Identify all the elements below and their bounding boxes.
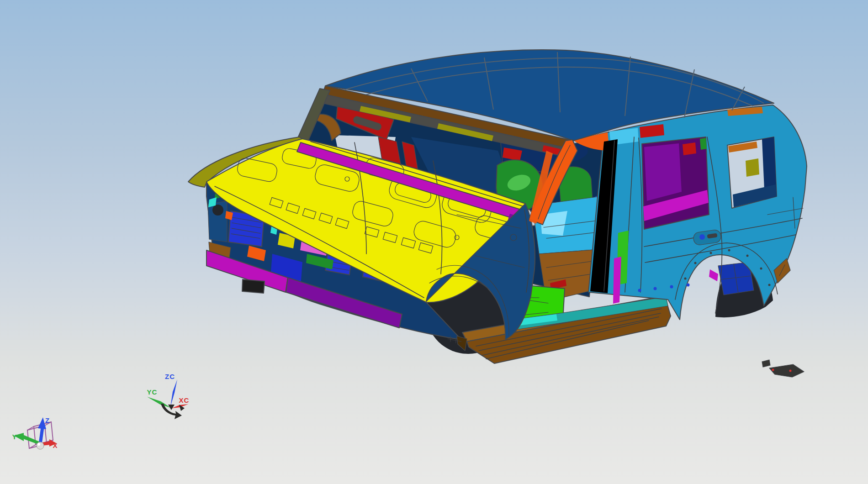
cad-viewport[interactable]: ZC YC XC Z Y X: [0, 0, 868, 484]
view-y-arrow[interactable]: [14, 433, 40, 445]
wcs-x-label: XC: [179, 396, 190, 404]
view-x-label: X: [53, 442, 58, 449]
rear-door-window: [642, 137, 709, 229]
view-y-label: Y: [12, 433, 17, 441]
wcs-y-label: YC: [147, 388, 158, 396]
sphere-highlight: [37, 443, 40, 446]
loose-bracket-parts[interactable]: [762, 360, 804, 377]
wcs-rotate-handles[interactable]: [161, 404, 185, 419]
view-origin-sphere[interactable]: [37, 442, 44, 449]
car-model[interactable]: [188, 50, 807, 377]
wcs-z-label: ZC: [165, 373, 175, 380]
wcs-triad[interactable]: ZC YC XC: [147, 373, 190, 419]
body-side-panel[interactable]: [572, 105, 807, 320]
view-z-label: Z: [45, 416, 50, 424]
view-triad[interactable]: Z Y X: [12, 416, 58, 449]
quarter-window: [727, 137, 777, 208]
wcs-z-arrow[interactable]: [170, 379, 177, 407]
wcs-y-arrow[interactable]: [147, 397, 171, 408]
